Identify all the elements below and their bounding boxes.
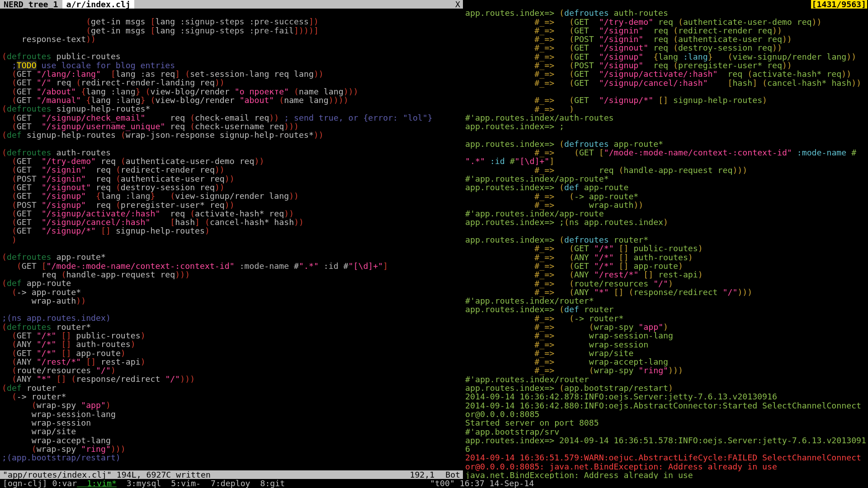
tmux-statusbar: [ogn-clj] 0:var 1:vim* 3:mysql 5:vim- 7:… [0,479,868,488]
tmux-win-3[interactable]: 3:mysql [117,479,161,488]
scrollback-counter: [1431/9563] [811,0,867,9]
tab-nerdtree[interactable]: NERD_tree_1 [2,0,60,9]
tmux-clock: "t00" 16:37 14-Sep-14 [430,479,865,488]
tmux-win-8[interactable]: 8:git [250,479,285,488]
close-icon[interactable]: X [453,0,463,9]
status-percent: Bot [445,470,460,479]
editor-pane[interactable]: NERD_tree_1 a/r/index.clj X (get-in msgs… [0,0,463,479]
tmux-session: [ogn-clj] [3,479,47,488]
tab-active-file[interactable]: a/r/index.clj [62,0,134,9]
status-file: "app/routes/index.clj" 194L, 6927C writt… [3,470,211,479]
status-pos: 192,1 [410,470,434,479]
repl-body[interactable]: app.routes.index=> (defroutes auth-route… [463,0,868,479]
tmux-win-7[interactable]: 7:deploy [201,479,250,488]
editor-tabline: NERD_tree_1 a/r/index.clj X [0,0,463,9]
tmux-win-5[interactable]: 5:vim- [161,479,201,488]
editor-body[interactable]: (get-in msgs [lang :signup-steps :pre-su… [0,9,463,470]
tmux-win-1[interactable]: 1:vim* [77,479,117,488]
repl-pane[interactable]: [1431/9563] app.routes.index=> (defroute… [463,0,868,479]
tmux-win-0[interactable]: 0:var [47,479,77,488]
vim-statusline: "app/routes/index.clj" 194L, 6927C writt… [0,470,463,479]
